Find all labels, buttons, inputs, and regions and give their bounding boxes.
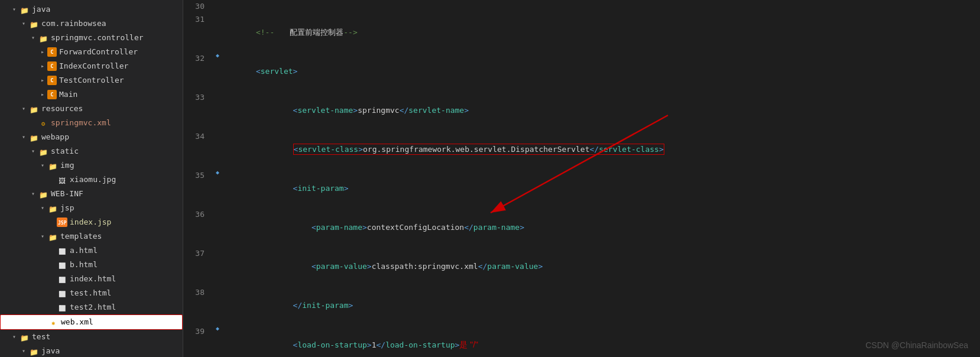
sidebar-item-label: index.html: [70, 273, 116, 285]
line-number: 38: [183, 286, 212, 299]
sidebar-item-img[interactable]: img: [0, 158, 183, 173]
sidebar-item-resources[interactable]: resources: [0, 102, 183, 116]
editor-line-30: 30: [183, 0, 980, 13]
chevron-icon: [28, 145, 38, 157]
editor-line-38: 38 </init-param>: [183, 286, 980, 325]
line-content: <servlet-name>springmvc</servlet-name>: [223, 91, 980, 130]
java-icon: C: [47, 90, 57, 99]
java-icon: C: [47, 76, 57, 85]
sidebar-item-com-rainbowsea[interactable]: com.rainbowsea: [0, 17, 183, 31]
folder-icon: [28, 132, 39, 142]
line-number: 39: [183, 325, 212, 338]
editor-line-34: 34 <servlet-class>org.springframework.we…: [183, 130, 980, 169]
line-number: 32: [183, 52, 212, 65]
sidebar-item-springmvc-xml[interactable]: ⚙ springmvc.xml: [0, 116, 183, 130]
sidebar-item-a-html[interactable]: ⬜ a.html: [0, 244, 183, 258]
folder-icon: [47, 203, 58, 213]
line-number: 37: [183, 247, 212, 260]
sidebar-item-test-html[interactable]: ⬜ test.html: [0, 286, 183, 300]
editor-line-33: 33 <servlet-name>springmvc</servlet-name…: [183, 91, 980, 130]
editor-line-32: 32 ◆ <servlet>: [183, 52, 980, 91]
line-number: 33: [183, 91, 212, 104]
chevron-icon: [28, 32, 38, 44]
jsp-icon: JSP: [57, 218, 67, 227]
xml-icon: ⚙: [38, 118, 48, 128]
sidebar-item-test2-html[interactable]: ⬜ test2.html: [0, 300, 183, 314]
html-icon: ⬜: [57, 246, 67, 255]
sidebar-item-templates[interactable]: templates: [0, 229, 183, 244]
sidebar-item-label: webapp: [41, 131, 69, 143]
sidebar-item-xiaomu-jpg[interactable]: 🖼 xiaomu.jpg: [0, 173, 183, 187]
editor-line-31: 31 <!-- 配置前端控制器-->: [183, 13, 980, 52]
sidebar-item-label: springmvc.controller: [51, 32, 144, 44]
line-gutter: ◆: [212, 169, 223, 176]
image-icon: 🖼: [57, 175, 67, 184]
sidebar-item-main[interactable]: C Main: [0, 87, 183, 102]
chevron-icon: [38, 74, 47, 86]
folder-icon: [28, 104, 39, 113]
sidebar-item-label: test2.html: [70, 301, 116, 313]
file-tree[interactable]: java com.rainbowsea springmvc.controller…: [0, 0, 183, 357]
chevron-icon: [38, 46, 47, 58]
java-icon: C: [47, 47, 57, 57]
folder-icon: [38, 33, 48, 43]
chevron-icon: [19, 18, 28, 30]
folder-icon: [47, 161, 58, 170]
folder-icon: [19, 332, 30, 342]
sidebar-item-label: resources: [41, 103, 83, 115]
sidebar-item-java-sub[interactable]: java: [0, 344, 183, 357]
chevron-icon: [28, 188, 38, 200]
chevron-icon: [9, 4, 19, 15]
sidebar-item-label: a.html: [70, 245, 98, 257]
sidebar-item-web-inf[interactable]: WEB-INF: [0, 187, 183, 201]
line-content: <!-- 配置前端控制器-->: [223, 13, 980, 52]
line-content: <servlet-class>org.springframework.web.s…: [223, 130, 980, 169]
line-number: 30: [183, 0, 212, 13]
sidebar-item-jsp[interactable]: jsp: [0, 201, 183, 215]
chevron-icon: [38, 89, 47, 100]
sidebar-item-label: xiaomu.jpg: [70, 174, 116, 186]
folder-icon: [38, 189, 48, 199]
chevron-icon: [9, 331, 19, 343]
line-content: <param-name>contextConfigLocation</param…: [223, 208, 980, 247]
chevron-icon: [19, 131, 28, 143]
code-editor: 30 31 <!-- 配置前端控制器--> 32 ◆ <servlet> 33 …: [183, 0, 980, 357]
sidebar-item-label: java: [41, 345, 60, 357]
sidebar-item-static[interactable]: static: [0, 144, 183, 158]
line-number: 36: [183, 208, 212, 221]
folder-icon: [28, 19, 39, 28]
sidebar-item-index-jsp[interactable]: JSP index.jsp: [0, 215, 183, 229]
sidebar-item-label: test: [32, 331, 50, 343]
chevron-icon: [38, 160, 47, 171]
sidebar-item-label: IndexController: [59, 60, 128, 72]
html-icon: ⬜: [57, 260, 67, 270]
sidebar-item-webapp[interactable]: webapp: [0, 130, 183, 144]
sidebar-item-forward-controller[interactable]: C ForwardController: [0, 45, 183, 59]
sidebar-item-index-controller[interactable]: C IndexController: [0, 59, 183, 73]
folder-icon: [28, 346, 39, 356]
html-icon: ⬜: [57, 274, 67, 284]
line-content: <param-value>classpath:springmvc.xml</pa…: [223, 247, 980, 286]
sidebar-item-java[interactable]: java: [0, 2, 183, 17]
chevron-icon: [38, 60, 47, 72]
sidebar-item-web-xml[interactable]: ✱ web.xml: [0, 314, 183, 330]
folder-icon: [47, 232, 58, 241]
html-icon: ⬜: [57, 288, 67, 298]
sidebar-item-test[interactable]: test: [0, 330, 183, 344]
line-number: 31: [183, 13, 212, 26]
html-icon: ⬜: [57, 303, 67, 312]
sidebar-item-springmvc-controller[interactable]: springmvc.controller: [0, 31, 183, 45]
sidebar-item-b-html[interactable]: ⬜ b.html: [0, 258, 183, 272]
watermark: CSDN @ChinaRainbowSea: [865, 340, 968, 350]
sidebar-item-label: WEB-INF: [51, 188, 83, 200]
sidebar-item-test-controller[interactable]: C TestController: [0, 73, 183, 87]
sidebar-item-label: Main: [59, 89, 77, 100]
editor-line-37: 37 <param-value>classpath:springmvc.xml<…: [183, 247, 980, 286]
editor-line-36: 36 <param-name>contextConfigLocation</pa…: [183, 208, 980, 247]
line-gutter: ◆: [212, 52, 223, 59]
sidebar-item-label: TestController: [59, 74, 124, 86]
line-number: 34: [183, 130, 212, 143]
folder-icon: [19, 5, 30, 14]
chevron-icon: [19, 103, 28, 115]
sidebar-item-index-html[interactable]: ⬜ index.html: [0, 272, 183, 286]
